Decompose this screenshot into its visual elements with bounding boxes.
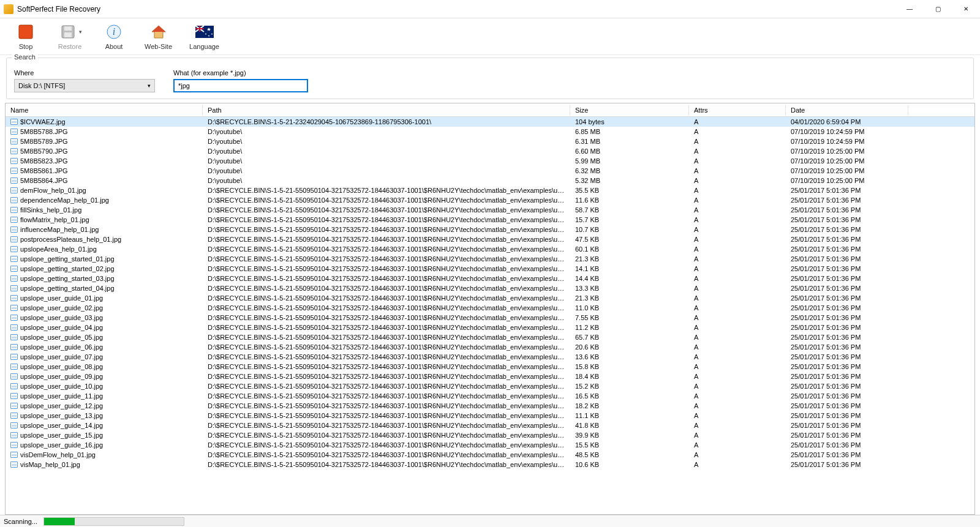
table-row[interactable]: 5M8B5789.JPGD:\youtube\6.31 MBA07/10/201… (6, 136, 974, 146)
table-row[interactable]: postprocessPlateaus_help_01.jpgD:\$RECYC… (6, 234, 974, 244)
table-row[interactable]: visMap_help_01.jpgD:\$RECYCLE.BIN\S-1-5-… (6, 460, 974, 469)
table-row[interactable]: upslope_getting_started_04.jpgD:\$RECYCL… (6, 283, 974, 293)
cell-name: fillSinks_help_01.jpg (20, 206, 81, 214)
file-icon (10, 119, 18, 125)
where-value: Disk D:\ [NTFS] (18, 82, 65, 89)
cell-attr: A (689, 402, 786, 409)
table-row[interactable]: visDemFlow_help_01.jpgD:\$RECYCLE.BIN\S-… (6, 450, 974, 460)
maximize-button[interactable]: ▢ (924, 0, 952, 18)
table-row[interactable]: upslope_user_guide_07.jpgD:\$RECYCLE.BIN… (6, 352, 974, 362)
col-path[interactable]: Path (203, 105, 570, 116)
cell-date: 25/01/2017 5:01:36 PM (786, 294, 908, 302)
cell-attr: A (689, 128, 786, 135)
what-input[interactable] (173, 79, 308, 92)
cell-name: upslope_user_guide_14.jpg (20, 422, 103, 429)
table-row[interactable]: upslope_user_guide_09.jpgD:\$RECYCLE.BIN… (6, 372, 974, 381)
restore-button[interactable]: ▾ Restore (56, 22, 83, 50)
table-row[interactable]: influenceMap_help_01.jpgD:\$RECYCLE.BIN\… (6, 225, 974, 234)
file-icon (10, 403, 18, 409)
col-name[interactable]: Name (6, 105, 203, 116)
col-attrs[interactable]: Attrs (689, 105, 786, 116)
table-row[interactable]: demFlow_help_01.jpgD:\$RECYCLE.BIN\S-1-5… (6, 185, 974, 195)
table-row[interactable]: upslope_user_guide_06.jpgD:\$RECYCLE.BIN… (6, 342, 974, 352)
cell-name: upslope_user_guide_06.jpg (20, 343, 103, 351)
table-row[interactable]: upslope_user_guide_15.jpgD:\$RECYCLE.BIN… (6, 430, 974, 440)
cell-path: D:\$RECYCLE.BIN\S-1-5-21-550950104-32175… (203, 285, 570, 292)
cell-path: D:\$RECYCLE.BIN\S-1-5-21-550950104-32175… (203, 392, 570, 400)
table-row[interactable]: $ICVWAEZ.jpgD:\$RECYCLE.BIN\S-1-5-21-232… (6, 117, 974, 127)
table-row[interactable]: upslope_user_guide_01.jpgD:\$RECYCLE.BIN… (6, 293, 974, 303)
table-row[interactable]: fillSinks_help_01.jpgD:\$RECYCLE.BIN\S-1… (6, 205, 974, 215)
table-row[interactable]: upslope_getting_started_02.jpgD:\$RECYCL… (6, 264, 974, 274)
website-button[interactable]: Web-Site (145, 22, 172, 50)
table-row[interactable]: 5M8B5864.JPGD:\youtube\5.32 MBA07/10/201… (6, 176, 974, 185)
cell-attr: A (689, 373, 786, 380)
cell-date: 07/10/2019 10:24:59 PM (786, 128, 908, 135)
cell-path: D:\$RECYCLE.BIN\S-1-5-21-550950104-32175… (203, 187, 570, 194)
where-combo[interactable]: Disk D:\ [NTFS] ▾ (14, 79, 155, 92)
col-date[interactable]: Date (786, 105, 908, 116)
table-row[interactable]: 5M8B5790.JPGD:\youtube\6.60 MBA07/10/201… (6, 146, 974, 156)
cell-name: upslope_user_guide_01.jpg (20, 294, 103, 302)
cell-path: D:\$RECYCLE.BIN\S-1-5-21-550950104-32175… (203, 373, 570, 380)
cell-path: D:\$RECYCLE.BIN\S-1-5-21-550950104-32175… (203, 334, 570, 341)
cell-size: 11.1 KB (570, 412, 689, 419)
table-row[interactable]: upslopeArea_help_01.jpgD:\$RECYCLE.BIN\S… (6, 244, 974, 254)
table-row[interactable]: 5M8B5788.JPGD:\youtube\6.85 MBA07/10/201… (6, 127, 974, 136)
close-button[interactable]: ✕ (952, 0, 980, 18)
cell-date: 25/01/2017 5:01:36 PM (786, 402, 908, 409)
table-row[interactable]: upslope_user_guide_03.jpgD:\$RECYCLE.BIN… (6, 313, 974, 323)
col-size[interactable]: Size (570, 105, 689, 116)
cell-name: upslope_user_guide_08.jpg (20, 363, 103, 370)
file-icon (10, 285, 18, 291)
table-row[interactable]: upslope_user_guide_16.jpgD:\$RECYCLE.BIN… (6, 440, 974, 450)
table-row[interactable]: upslope_user_guide_04.jpgD:\$RECYCLE.BIN… (6, 323, 974, 332)
file-icon (10, 246, 18, 252)
table-row[interactable]: upslope_getting_started_03.jpgD:\$RECYCL… (6, 274, 974, 283)
table-row[interactable]: upslope_user_guide_12.jpgD:\$RECYCLE.BIN… (6, 401, 974, 411)
cell-date: 07/10/2019 10:25:00 PM (786, 148, 908, 155)
cell-attr: A (689, 412, 786, 419)
table-row[interactable]: upslope_user_guide_02.jpgD:\$RECYCLE.BIN… (6, 303, 974, 313)
table-body[interactable]: $ICVWAEZ.jpgD:\$RECYCLE.BIN\S-1-5-21-232… (6, 117, 974, 514)
cell-attr: A (689, 226, 786, 233)
cell-size: 5.99 MB (570, 157, 689, 165)
cell-name: 5M8B5864.JPG (20, 177, 68, 184)
cell-attr: A (689, 157, 786, 165)
stop-button[interactable]: Stop (12, 22, 39, 50)
cell-size: 65.7 KB (570, 334, 689, 341)
minimize-button[interactable]: — (895, 0, 924, 18)
file-icon (10, 413, 18, 419)
table-row[interactable]: 5M8B5823.JPGD:\youtube\5.99 MBA07/10/201… (6, 156, 974, 166)
cell-attr: A (689, 334, 786, 341)
table-row[interactable]: upslope_user_guide_13.jpgD:\$RECYCLE.BIN… (6, 411, 974, 420)
cell-path: D:\youtube\ (203, 157, 570, 165)
cell-path: D:\$RECYCLE.BIN\S-1-5-21-550950104-32175… (203, 432, 570, 439)
cell-date: 07/10/2019 10:24:59 PM (786, 138, 908, 145)
cell-name: influenceMap_help_01.jpg (20, 226, 99, 233)
progress-bar (43, 517, 184, 526)
cell-attr: A (689, 236, 786, 243)
table-row[interactable]: upslope_user_guide_11.jpgD:\$RECYCLE.BIN… (6, 391, 974, 401)
cell-attr: A (689, 304, 786, 312)
table-row[interactable]: flowMatrix_help_01.jpgD:\$RECYCLE.BIN\S-… (6, 215, 974, 225)
cell-name: upslope_getting_started_02.jpg (20, 265, 115, 272)
file-icon (10, 207, 18, 213)
cell-size: 35.5 KB (570, 187, 689, 194)
cell-size: 5.32 MB (570, 177, 689, 184)
table-row[interactable]: upslope_user_guide_08.jpgD:\$RECYCLE.BIN… (6, 362, 974, 372)
table-row[interactable]: 5M8B5861.JPGD:\youtube\6.32 MBA07/10/201… (6, 166, 974, 176)
stop-icon (16, 22, 36, 42)
table-row[interactable]: upslope_getting_started_01.jpgD:\$RECYCL… (6, 254, 974, 264)
language-button[interactable]: Language (189, 22, 219, 50)
cell-name: upslope_user_guide_13.jpg (20, 412, 103, 419)
cell-size: 39.9 KB (570, 432, 689, 439)
cell-attr: A (689, 118, 786, 125)
table-row[interactable]: upslope_user_guide_14.jpgD:\$RECYCLE.BIN… (6, 420, 974, 430)
flag-icon (195, 22, 214, 42)
table-row[interactable]: upslope_user_guide_05.jpgD:\$RECYCLE.BIN… (6, 332, 974, 342)
table-row[interactable]: dependenceMap_help_01.jpgD:\$RECYCLE.BIN… (6, 195, 974, 205)
about-button[interactable]: i About (100, 22, 127, 50)
cell-size: 21.3 KB (570, 255, 689, 263)
table-row[interactable]: upslope_user_guide_10.jpgD:\$RECYCLE.BIN… (6, 381, 974, 391)
